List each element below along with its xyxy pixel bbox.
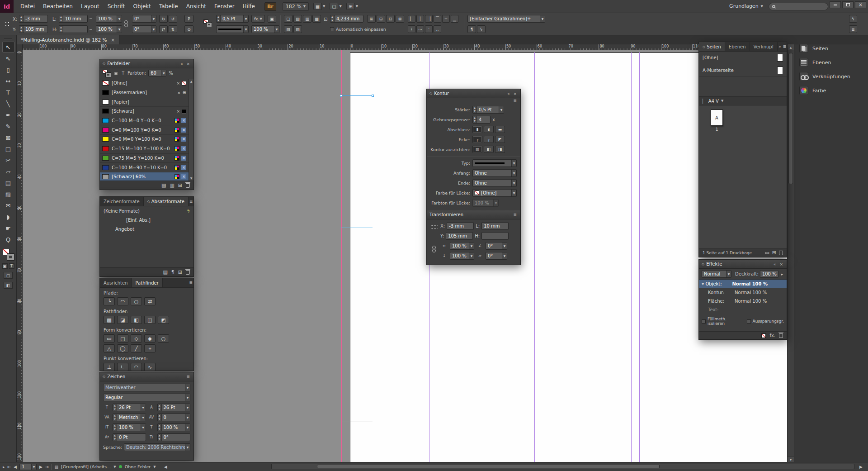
- close-panel-icon[interactable]: ×: [512, 91, 518, 96]
- first-page-icon[interactable]: ⇤: [8, 465, 11, 469]
- workspace-switcher[interactable]: Grundlagen▼: [729, 3, 763, 9]
- fit-frame-icon[interactable]: ⊟: [377, 15, 385, 23]
- line-tool[interactable]: ╲: [2, 98, 14, 109]
- reference-point-proxy[interactable]: [430, 224, 438, 231]
- page-number-field[interactable]: 1▼: [19, 464, 37, 470]
- swatch-row[interactable]: [Ohne]×: [100, 79, 189, 88]
- convert-orthogonal-line-icon[interactable]: ＋: [144, 344, 156, 352]
- delete-page-icon[interactable]: [779, 251, 783, 255]
- swatch-row[interactable]: [Schwarz] 60%×: [100, 172, 189, 181]
- opacity-field[interactable]: 100 %▼: [251, 25, 279, 33]
- menu-datei[interactable]: Datei: [16, 0, 39, 13]
- horizontal-scrollbar[interactable]: [271, 464, 854, 469]
- exclude-overlap-icon[interactable]: ◫: [144, 316, 156, 324]
- no-text-wrap-icon[interactable]: ▢: [284, 15, 292, 23]
- blend-mode-select[interactable]: Normal▼: [702, 270, 731, 278]
- effect-target-fill[interactable]: Fläche:Normal 100 %: [699, 297, 787, 305]
- drop-shadow-icon[interactable]: ▣: [268, 15, 276, 23]
- clear-overrides-icon[interactable]: ¶: [467, 25, 476, 33]
- transform-scale-x-field[interactable]: 100 %▼: [450, 242, 474, 250]
- add-effect-icon[interactable]: fx.: [769, 333, 775, 338]
- type-tool[interactable]: T: [2, 87, 14, 98]
- restore-button[interactable]: [842, 1, 854, 8]
- preview-mode-button[interactable]: ◧: [4, 282, 13, 289]
- join-path-icon[interactable]: ╰: [104, 297, 115, 305]
- distribute-v-icon[interactable]: ⋮: [408, 25, 415, 33]
- round-cap-icon[interactable]: ◖: [484, 126, 494, 133]
- knockout-group-checkbox[interactable]: [747, 319, 751, 324]
- page-thumbnail[interactable]: A: [711, 109, 723, 126]
- scroll-right-icon[interactable]: ▶: [859, 465, 863, 469]
- select-content-icon[interactable]: ⊙: [184, 25, 193, 33]
- convert-inverse-rounded-icon[interactable]: ◆: [144, 334, 156, 343]
- opacity-slider-icon[interactable]: ▸: [780, 272, 784, 276]
- effects-menu-button[interactable]: fx.▼: [251, 15, 265, 23]
- end-select[interactable]: Ohne▼: [472, 179, 517, 187]
- shear-field[interactable]: 0°▼: [132, 25, 156, 33]
- scale-x-field[interactable]: 100 %▼: [96, 15, 122, 23]
- language-select[interactable]: Deutsch: 2006 Rechtschreib...▼: [124, 443, 190, 451]
- preflight-status[interactable]: Ohne Fehler: [125, 464, 151, 469]
- bevel-join-icon[interactable]: ◤: [495, 136, 505, 143]
- container-format-icon[interactable]: ▣: [113, 71, 119, 76]
- new-style-icon[interactable]: ⊞: [178, 269, 182, 275]
- delete-effect-icon[interactable]: [779, 333, 783, 338]
- close-panel-icon[interactable]: ×: [778, 262, 784, 266]
- hand-tool[interactable]: ☛: [2, 223, 14, 233]
- zoom-tool[interactable]: Ϙ: [2, 234, 14, 245]
- arrange-documents-button[interactable]: ⊞▼: [346, 3, 358, 10]
- note-tool[interactable]: ✉: [2, 200, 14, 211]
- center-content-icon[interactable]: ⊡: [386, 15, 395, 23]
- scissors-tool[interactable]: ✂: [2, 155, 14, 166]
- tracking-field[interactable]: ▲▼0▼: [157, 414, 191, 421]
- minimize-button[interactable]: [830, 1, 841, 8]
- tint-field[interactable]: 60▼: [148, 70, 166, 76]
- y-field[interactable]: ▲▼105 mm: [19, 25, 48, 33]
- swatch-scrollbar[interactable]: ▲▼: [189, 79, 193, 181]
- distribute-h-icon[interactable]: ⋯: [416, 25, 424, 33]
- dock-item-ebenen[interactable]: Ebenen: [794, 57, 868, 68]
- transform-rotation-field[interactable]: 0°▼: [486, 242, 507, 250]
- panel-menu-icon[interactable]: ≣: [185, 375, 191, 379]
- convert-ellipse-icon[interactable]: ○: [158, 334, 169, 343]
- toolbar-grip[interactable]: [4, 38, 12, 39]
- lightning-icon[interactable]: ϟ: [849, 15, 857, 23]
- gap-color-select[interactable]: [Ohne]▼: [472, 189, 517, 197]
- jump-object-icon[interactable]: ▦: [312, 15, 321, 23]
- dock-item-farbe[interactable]: Farbe: [794, 85, 868, 96]
- normal-view-mode-button[interactable]: ▢: [4, 272, 13, 279]
- collapse-panel-icon[interactable]: «: [506, 91, 511, 96]
- bridge-button[interactable]: Br: [264, 2, 276, 11]
- transform-shear-field[interactable]: 0°▼: [486, 252, 507, 260]
- effect-target-stroke[interactable]: Kontur:Normal 100 %: [699, 288, 787, 297]
- align-top-icon[interactable]: ▔: [434, 15, 441, 23]
- align-right-icon[interactable]: ▕: [425, 15, 433, 23]
- intersect-shapes-icon[interactable]: ◧: [131, 316, 142, 324]
- gap-tool[interactable]: ↔: [2, 76, 14, 86]
- disclosure-icon[interactable]: ▼: [702, 282, 704, 286]
- transform-x-field[interactable]: -3 mm: [447, 222, 474, 230]
- stroke-weight-field[interactable]: ▲▼0,5 Pt▼: [216, 15, 249, 23]
- constrain-dimensions-icon[interactable]: [90, 18, 92, 30]
- zeichen-title-bar[interactable]: ◇ Zeichen ≣: [100, 372, 193, 381]
- stroke-align-inside-icon[interactable]: ◧: [484, 146, 494, 153]
- minus-back-icon[interactable]: ◩: [158, 316, 169, 324]
- opacity-field[interactable]: 100 %: [760, 270, 779, 278]
- collapse-panel-icon[interactable]: «: [179, 62, 184, 66]
- paragraph-style-item[interactable]: Angebot: [100, 224, 193, 233]
- expand-panel-icon[interactable]: »: [778, 44, 782, 49]
- panel-menu-icon[interactable]: ≣: [189, 199, 194, 204]
- wrap-options-icon[interactable]: ▧: [284, 25, 292, 33]
- scroll-up-icon[interactable]: ▲: [788, 44, 794, 50]
- column-guide[interactable]: [639, 52, 640, 462]
- menu-layout[interactable]: Layout: [77, 0, 104, 13]
- formatting-affects-container-icon[interactable]: ▣: [2, 263, 8, 269]
- tab-seiten[interactable]: ◇Seiten: [699, 42, 725, 51]
- scale-y-field[interactable]: 100 %▼: [96, 25, 122, 33]
- scrollbar-thumb[interactable]: [317, 465, 660, 468]
- font-style-select[interactable]: Regular▼: [103, 394, 190, 401]
- convert-rounded-rect-icon[interactable]: ▢: [117, 334, 128, 343]
- flip-vertical-icon[interactable]: ⇅: [169, 25, 177, 33]
- rotate-cw-icon[interactable]: ↻: [159, 15, 168, 23]
- transform-y-field[interactable]: 105 mm: [446, 232, 473, 240]
